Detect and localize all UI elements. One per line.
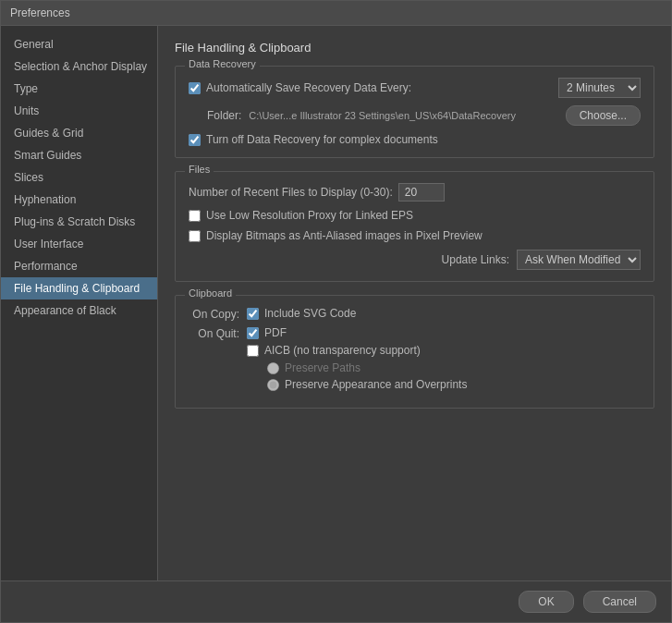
- include-svg-text: Include SVG Code: [264, 307, 356, 320]
- recent-files-input[interactable]: [398, 183, 445, 202]
- sidebar-item-general[interactable]: General: [1, 33, 157, 55]
- include-svg-checkbox[interactable]: [247, 308, 259, 320]
- include-svg-label[interactable]: Include SVG Code: [247, 307, 356, 320]
- folder-path: C:\User...e Illustrator 23 Settings\en_U…: [249, 110, 557, 121]
- sidebar: GeneralSelection & Anchor DisplayTypeUni…: [1, 26, 158, 580]
- turn-off-text: Turn off Data Recovery for complex docum…: [206, 133, 438, 146]
- auto-save-row: Automatically Save Recovery Data Every: …: [189, 78, 641, 98]
- pdf-checkbox-label[interactable]: PDF: [247, 326, 467, 339]
- on-copy-row: On Copy: Include SVG Code: [189, 307, 641, 321]
- window-title: Preferences: [10, 6, 70, 19]
- low-res-checkbox[interactable]: [189, 210, 201, 222]
- on-copy-options: Include SVG Code: [247, 307, 356, 320]
- on-quit-label: On Quit:: [189, 326, 239, 340]
- preserve-appearance-text: Preserve Appearance and Overprints: [285, 378, 467, 391]
- sidebar-item-slices[interactable]: Slices: [1, 166, 157, 189]
- pdf-checkbox[interactable]: [247, 327, 259, 339]
- auto-save-checkbox-label[interactable]: Automatically Save Recovery Data Every:: [189, 81, 411, 94]
- sidebar-item-user-interface[interactable]: User Interface: [1, 233, 157, 255]
- folder-row: Folder: C:\User...e Illustrator 23 Setti…: [207, 105, 641, 126]
- folder-label: Folder:: [207, 109, 241, 122]
- sidebar-item-hyphenation[interactable]: Hyphenation: [1, 189, 157, 211]
- bitmaps-checkbox-label[interactable]: Display Bitmaps as Anti-Aliased images i…: [189, 229, 483, 242]
- section-title: File Handling & Clipboard: [175, 41, 654, 55]
- sidebar-item-appearance-of-black[interactable]: Appearance of Black: [1, 299, 157, 322]
- preserve-paths-text: Preserve Paths: [285, 361, 360, 374]
- sidebar-item-smart-guides[interactable]: Smart Guides: [1, 144, 157, 166]
- ok-button[interactable]: OK: [519, 591, 573, 613]
- low-res-checkbox-label[interactable]: Use Low Resolution Proxy for Linked EPS: [189, 209, 413, 222]
- aicb-text: AICB (no transparency support): [264, 344, 421, 357]
- aicb-checkbox-label[interactable]: AICB (no transparency support): [247, 344, 467, 357]
- sidebar-item-plug-ins---scratch-disks[interactable]: Plug-ins & Scratch Disks: [1, 211, 157, 233]
- clipboard-label: Clipboard: [185, 287, 236, 299]
- preserve-appearance-radio: [267, 379, 279, 391]
- update-links-row: Update Links: Ask When ModifiedAutomatic…: [189, 250, 641, 270]
- preserve-options: Preserve Paths Preserve Appearance and O…: [267, 361, 467, 391]
- auto-save-checkbox[interactable]: [189, 82, 201, 94]
- recent-files-row: Number of Recent Files to Display (0-30)…: [189, 183, 641, 202]
- title-bar: Preferences: [1, 1, 671, 26]
- main-panel: File Handling & Clipboard Data Recovery …: [158, 26, 671, 580]
- cancel-button[interactable]: Cancel: [583, 591, 656, 613]
- sidebar-item-selection---anchor-display[interactable]: Selection & Anchor Display: [1, 55, 157, 78]
- clipboard-group: Clipboard On Copy: Include SVG Code On Q…: [175, 295, 654, 409]
- bitmaps-checkbox[interactable]: [189, 230, 201, 242]
- preserve-paths-label: Preserve Paths: [267, 361, 467, 374]
- on-quit-options: PDF AICB (no transparency support) Prese…: [247, 326, 467, 391]
- sidebar-item-type[interactable]: Type: [1, 78, 157, 100]
- on-quit-row: On Quit: PDF AICB (no transparency suppo…: [189, 326, 641, 391]
- preserve-appearance-label: Preserve Appearance and Overprints: [267, 378, 467, 391]
- footer: OK Cancel: [1, 580, 671, 622]
- data-recovery-group: Data Recovery Automatically Save Recover…: [175, 66, 654, 158]
- files-group: Files Number of Recent Files to Display …: [175, 171, 654, 282]
- data-recovery-label: Data Recovery: [185, 58, 260, 69]
- turn-off-row: Turn off Data Recovery for complex docum…: [189, 133, 641, 146]
- auto-save-text: Automatically Save Recovery Data Every:: [206, 81, 411, 94]
- update-links-dropdown[interactable]: Ask When ModifiedAutomaticallyManually: [517, 250, 641, 270]
- pdf-text: PDF: [264, 326, 287, 339]
- files-label: Files: [185, 164, 214, 175]
- turn-off-checkbox[interactable]: [189, 134, 201, 146]
- on-copy-label: On Copy:: [189, 307, 239, 321]
- turn-off-checkbox-label[interactable]: Turn off Data Recovery for complex docum…: [189, 133, 438, 146]
- sidebar-item-file-handling---clipboard[interactable]: File Handling & Clipboard: [1, 277, 157, 299]
- recent-files-label: Number of Recent Files to Display (0-30)…: [189, 186, 393, 199]
- choose-button[interactable]: Choose...: [566, 105, 641, 126]
- bitmaps-row: Display Bitmaps as Anti-Aliased images i…: [189, 229, 641, 242]
- preserve-paths-radio: [267, 362, 279, 374]
- auto-save-interval-dropdown[interactable]: 1 Minute2 Minutes5 Minutes10 Minutes15 M…: [558, 78, 641, 98]
- sidebar-item-units[interactable]: Units: [1, 100, 157, 122]
- aicb-checkbox[interactable]: [247, 345, 259, 357]
- sidebar-item-guides---grid[interactable]: Guides & Grid: [1, 122, 157, 144]
- low-res-row: Use Low Resolution Proxy for Linked EPS: [189, 209, 641, 222]
- update-links-label: Update Links:: [442, 253, 509, 266]
- low-res-text: Use Low Resolution Proxy for Linked EPS: [206, 209, 413, 222]
- preferences-window: Preferences GeneralSelection & Anchor Di…: [0, 0, 672, 623]
- sidebar-item-performance[interactable]: Performance: [1, 255, 157, 277]
- bitmaps-text: Display Bitmaps as Anti-Aliased images i…: [206, 229, 483, 242]
